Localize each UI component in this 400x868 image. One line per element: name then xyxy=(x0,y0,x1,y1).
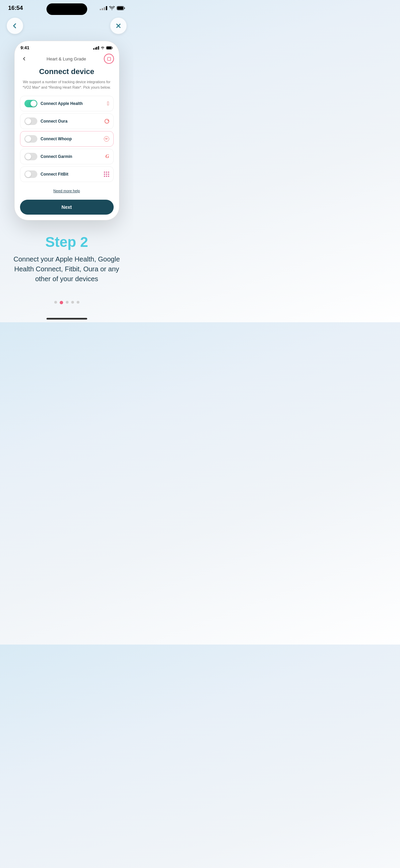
apple-health-label: Connect Apple Health xyxy=(41,101,83,106)
step-section: Step 2 Connect your Apple Health, Google… xyxy=(0,231,133,294)
back-button[interactable] xyxy=(7,18,23,34)
phone-screen-title: Heart & Lung Grade xyxy=(46,56,86,61)
battery-icon xyxy=(117,6,125,10)
connect-device-title: Connect device xyxy=(20,67,114,76)
toggle-thumb xyxy=(25,118,31,124)
svg-rect-5 xyxy=(107,47,111,49)
fitbit-left: Connect FitBit xyxy=(24,170,69,178)
pagination-dot-4[interactable] xyxy=(71,301,74,304)
phone-home-button[interactable] xyxy=(104,54,114,64)
apple-health-left: Connect Apple Health xyxy=(24,100,83,107)
toggle-thumb xyxy=(25,153,31,160)
oura-icon xyxy=(104,119,109,124)
toggle-thumb xyxy=(25,171,31,177)
phone-time: 9:41 xyxy=(21,45,30,50)
apple-health-toggle[interactable] xyxy=(24,100,37,107)
phone-content: Connect device We support a number of tr… xyxy=(15,67,119,220)
pagination-dot-3[interactable] xyxy=(66,301,69,304)
dynamic-island xyxy=(46,3,87,15)
status-time: 16:54 xyxy=(8,5,23,12)
signal-icon xyxy=(100,6,107,10)
phone-wifi-icon xyxy=(100,46,105,50)
garmin-item: Connect Garmin G xyxy=(20,149,114,164)
fitbit-icon xyxy=(104,171,109,177)
whoop-left: Connect Whoop xyxy=(24,135,72,143)
pagination-dot-5[interactable] xyxy=(77,301,79,304)
oura-left: Connect Oura xyxy=(24,117,68,125)
wifi-icon xyxy=(109,6,115,10)
garmin-toggle[interactable] xyxy=(24,153,37,160)
step-description: Connect your Apple Health, Google Health… xyxy=(10,254,123,284)
whoop-label: Connect Whoop xyxy=(41,137,72,141)
apple-health-icon:  xyxy=(107,101,109,107)
help-link[interactable]: Need more help xyxy=(53,189,80,193)
device-list: Connect Apple Health  Connect Oura xyxy=(20,96,114,184)
home-indicator xyxy=(46,318,87,320)
whoop-toggle[interactable] xyxy=(24,135,37,143)
status-bar: 16:54 xyxy=(0,0,133,14)
status-icons xyxy=(100,6,125,10)
whoop-icon: W xyxy=(104,136,109,142)
oura-label: Connect Oura xyxy=(41,119,68,124)
close-button[interactable] xyxy=(110,18,127,34)
phone-mockup: 9:41 Heart & Lung Grade xyxy=(14,41,119,220)
nav-buttons xyxy=(0,14,133,41)
svg-rect-1 xyxy=(117,7,123,10)
phone-battery-icon xyxy=(106,46,113,50)
pagination-dot-1[interactable] xyxy=(54,301,57,304)
help-link-container: Need more help xyxy=(20,184,114,197)
garmin-left: Connect Garmin xyxy=(24,153,72,160)
toggle-thumb xyxy=(25,136,31,142)
connect-device-subtitle: We support a number of tracking device i… xyxy=(20,79,114,90)
pagination-dot-2[interactable] xyxy=(60,301,63,304)
fitbit-label: Connect FitBit xyxy=(41,172,69,177)
oura-item: Connect Oura xyxy=(20,113,114,129)
step-number: Step 2 xyxy=(10,234,123,250)
oura-toggle[interactable] xyxy=(24,117,37,125)
pagination-dots xyxy=(0,294,133,314)
garmin-label: Connect Garmin xyxy=(41,154,72,159)
toggle-thumb xyxy=(31,101,37,107)
phone-status-icons xyxy=(93,46,113,50)
svg-rect-6 xyxy=(108,57,111,60)
phone-header: Heart & Lung Grade xyxy=(15,52,119,67)
fitbit-item: Connect FitBit xyxy=(20,166,114,182)
apple-health-item: Connect Apple Health  xyxy=(20,96,114,111)
whoop-item: Connect Whoop W xyxy=(20,131,114,147)
phone-signal-icon xyxy=(93,46,99,50)
next-button[interactable]: Next xyxy=(20,200,114,215)
phone-back-button[interactable] xyxy=(19,54,29,64)
phone-status-bar: 9:41 xyxy=(15,41,119,52)
fitbit-toggle[interactable] xyxy=(24,170,37,178)
garmin-icon: G xyxy=(106,153,109,159)
